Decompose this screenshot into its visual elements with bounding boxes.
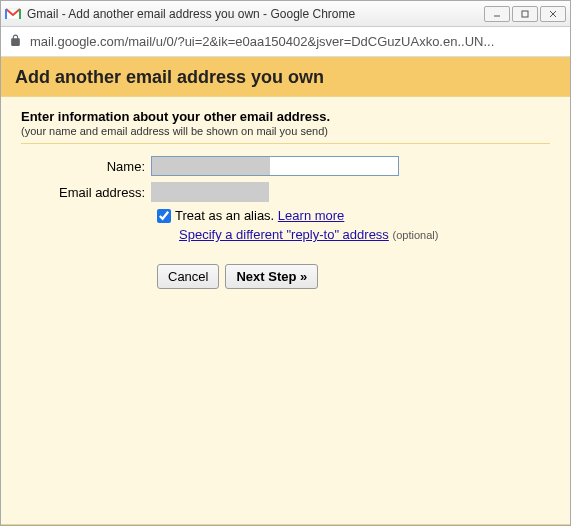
name-label: Name: (21, 159, 151, 174)
header-band: Add another email address you own (1, 57, 570, 96)
svg-rect-2 (522, 11, 528, 17)
maximize-button[interactable] (512, 6, 538, 22)
window-controls (484, 6, 566, 22)
name-row: Name: (21, 156, 550, 176)
reply-to-optional: (optional) (393, 229, 439, 241)
titlebar: Gmail - Add another email address you ow… (1, 1, 570, 27)
reply-to-link[interactable]: Specify a different "reply-to" address (179, 227, 389, 242)
cancel-button[interactable]: Cancel (157, 264, 219, 289)
alias-checkbox[interactable] (157, 209, 171, 223)
window-title: Gmail - Add another email address you ow… (27, 7, 484, 21)
alias-row: Treat as an alias. Learn more (157, 208, 550, 223)
address-bar[interactable]: mail.google.com/mail/u/0/?ui=2&ik=e0aa15… (1, 27, 570, 57)
next-step-button[interactable]: Next Step » (225, 264, 318, 289)
reply-to-row: Specify a different "reply-to" address (… (179, 227, 550, 242)
email-row: Email address: (21, 182, 550, 202)
minimize-button[interactable] (484, 6, 510, 22)
page-heading: Add another email address you own (15, 67, 556, 88)
learn-more-link[interactable]: Learn more (278, 208, 344, 223)
alias-label: Treat as an alias. (175, 208, 274, 223)
body-panel: Enter information about your other email… (1, 96, 570, 525)
chrome-window: Gmail - Add another email address you ow… (0, 0, 571, 526)
page-content: Add another email address you own Enter … (1, 57, 570, 525)
intro-lead: Enter information about your other email… (21, 109, 550, 124)
name-input[interactable] (151, 156, 399, 176)
button-row: Cancel Next Step » (157, 264, 550, 289)
close-button[interactable] (540, 6, 566, 22)
gmail-favicon-icon (5, 6, 21, 22)
email-input[interactable] (151, 182, 269, 202)
lock-icon (9, 34, 22, 50)
intro-section: Enter information about your other email… (21, 109, 550, 144)
url-text: mail.google.com/mail/u/0/?ui=2&ik=e0aa15… (30, 34, 494, 49)
intro-sub: (your name and email address will be sho… (21, 125, 550, 137)
email-label: Email address: (21, 185, 151, 200)
